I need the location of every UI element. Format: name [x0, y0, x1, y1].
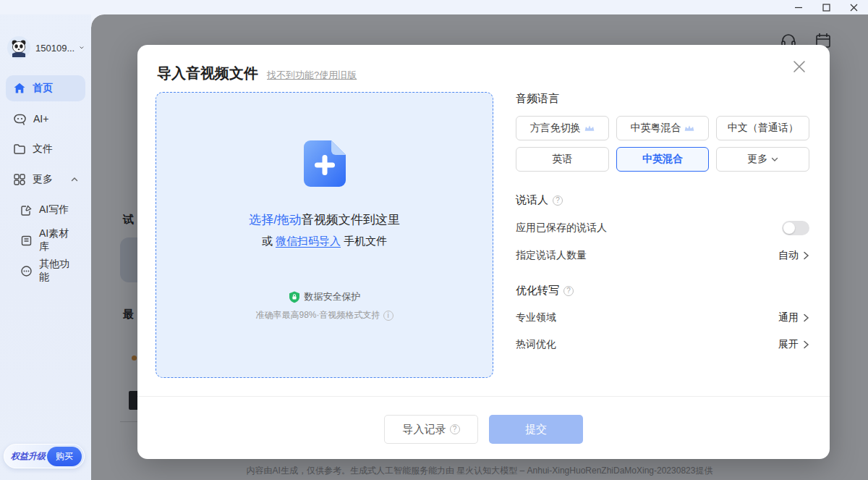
- audio-language-heading: 音频语言: [516, 92, 809, 106]
- help-icon[interactable]: ?: [553, 195, 563, 206]
- file-dropzone[interactable]: 选择/拖动音视频文件到这里 或 微信扫码导入 手机文件 数据安全保护 准确率最高…: [156, 92, 493, 378]
- ai-writing-icon: [20, 204, 33, 216]
- sidebar-item-ai-writing[interactable]: AI写作: [13, 197, 85, 223]
- sidebar-item-label: 文件: [33, 143, 53, 156]
- sidebar-item-label: 其他功能: [39, 258, 78, 284]
- language-option-english[interactable]: 英语: [516, 147, 609, 172]
- sidebar-item-more[interactable]: 更多: [6, 167, 85, 193]
- sidebar-item-label: AI写作: [39, 203, 69, 216]
- language-options: 方言免切换 中英粤混合 中文（普通话） 英语 中英混合 更多: [516, 116, 809, 172]
- import-history-button[interactable]: 导入记录 ?: [384, 415, 478, 444]
- footer-divider: [137, 396, 830, 397]
- data-security-label: 数据安全保护: [305, 290, 361, 303]
- sidebar: 150109... 首页 AI+ 文件 更多 AI写作: [0, 0, 91, 480]
- crown-icon: [684, 125, 694, 132]
- submit-button[interactable]: 提交: [489, 415, 583, 444]
- chevron-right-icon: [803, 340, 809, 349]
- folder-icon: [13, 143, 26, 156]
- hotword-optimization-value[interactable]: 展开: [778, 338, 809, 351]
- ellipsis-circle-icon: [20, 265, 33, 277]
- apply-saved-speakers-label: 应用已保存的说话人: [516, 222, 607, 235]
- sidebar-item-ai-library[interactable]: AI素材库: [13, 227, 85, 253]
- ai-robot-icon: [13, 112, 27, 126]
- upgrade-label: 权益升级: [11, 450, 46, 463]
- close-icon[interactable]: [848, 1, 859, 13]
- select-drag-link[interactable]: 选择/拖动: [249, 213, 302, 227]
- chevron-up-icon: [71, 176, 78, 183]
- window-titlebar: [0, 0, 868, 14]
- chevron-right-icon: [803, 313, 809, 322]
- sidebar-item-label: AI素材库: [39, 227, 78, 253]
- modal-title: 导入音视频文件: [157, 64, 258, 83]
- import-settings-panel: 音频语言 方言免切换 中英粤混合 中文（普通话） 英语 中英混合 更多: [516, 92, 809, 351]
- chevron-down-icon: [80, 44, 84, 51]
- file-plus-icon: [304, 140, 346, 187]
- sidebar-item-files[interactable]: 文件: [6, 136, 85, 162]
- apply-saved-speakers-toggle[interactable]: [782, 221, 809, 235]
- language-option-cn-en-mixed[interactable]: 中英混合: [616, 147, 710, 172]
- professional-domain-value[interactable]: 通用: [778, 311, 809, 324]
- hotword-optimization-label: 热词优化: [516, 338, 556, 351]
- wechat-scan-import-link[interactable]: 微信扫码导入: [276, 235, 341, 247]
- chevron-right-icon: [803, 251, 809, 260]
- sidebar-item-label: AI+: [33, 113, 48, 125]
- home-icon: [13, 82, 26, 95]
- dropzone-wechat-line: 或 微信扫码导入 手机文件: [262, 235, 387, 248]
- dropzone-instruction: 选择/拖动音视频文件到这里: [249, 211, 400, 228]
- upgrade-banner[interactable]: 权益升级 购买: [4, 444, 85, 468]
- optimize-heading: 优化转写 ?: [516, 284, 809, 298]
- import-modal: 导入音视频文件 找不到功能?使用旧版 选择/拖动音视频文件到这里 或 微信扫码导…: [137, 45, 830, 459]
- use-legacy-version-link[interactable]: 找不到功能?使用旧版: [267, 69, 357, 82]
- chevron-down-icon: [771, 156, 778, 163]
- sidebar-item-label: 更多: [33, 173, 53, 186]
- format-support-text: 准确率最高98%·音视频格式支持: [255, 309, 380, 321]
- speaker-heading: 说话人 ?: [516, 193, 809, 207]
- language-option-mandarin[interactable]: 中文（普通话）: [716, 116, 809, 140]
- language-option-cn-en-cantonese[interactable]: 中英粤混合: [616, 116, 710, 140]
- maximize-icon[interactable]: [820, 1, 832, 13]
- language-option-more[interactable]: 更多: [716, 147, 809, 172]
- sidebar-item-other-functions[interactable]: 其他功能: [13, 258, 85, 284]
- professional-domain-label: 专业领域: [516, 311, 556, 324]
- user-account[interactable]: 150109...: [0, 36, 91, 59]
- panda-avatar: [7, 36, 30, 59]
- sidebar-item-home[interactable]: 首页: [6, 75, 85, 101]
- buy-button[interactable]: 购买: [47, 447, 82, 466]
- help-icon: ?: [450, 424, 460, 434]
- sidebar-item-label: 首页: [33, 82, 53, 95]
- info-icon[interactable]: i: [383, 311, 393, 321]
- crown-icon: [584, 125, 595, 132]
- grid-icon: [13, 173, 26, 186]
- sidebar-item-ai[interactable]: AI+: [6, 106, 85, 132]
- minimize-icon[interactable]: [793, 1, 804, 13]
- modal-close-icon[interactable]: [791, 58, 808, 75]
- speaker-count-label: 指定说话人数量: [516, 249, 587, 262]
- shield-lock-icon: [289, 291, 300, 303]
- user-name: 150109...: [35, 43, 75, 54]
- language-option-dialect[interactable]: 方言免切换: [516, 116, 609, 140]
- speaker-count-value[interactable]: 自动: [778, 249, 809, 262]
- ai-library-icon: [20, 235, 33, 247]
- help-icon[interactable]: ?: [563, 286, 574, 296]
